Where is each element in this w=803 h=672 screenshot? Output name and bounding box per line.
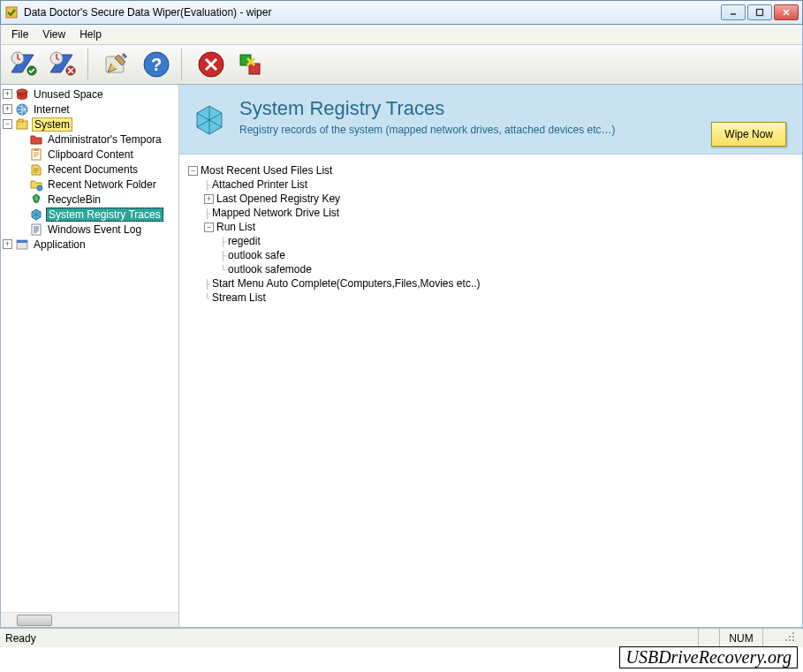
tree-connector: ├ xyxy=(220,251,226,260)
main-panel: System Registry Traces Registry records … xyxy=(179,85,802,627)
detail-label: outlook safe xyxy=(228,249,285,261)
globe-icon xyxy=(15,102,29,117)
expand-icon[interactable]: + xyxy=(3,239,12,249)
registry-icon xyxy=(29,208,43,222)
toolbar-stop-button[interactable] xyxy=(193,47,229,82)
collapse-icon[interactable]: − xyxy=(204,223,214,232)
detail-tree[interactable]: − Most Recent Used Files List ├ Attached… xyxy=(179,155,802,627)
status-bar: Ready NUM xyxy=(0,628,803,647)
application-icon xyxy=(15,238,29,252)
tree-label: Clipboard Content xyxy=(46,148,135,161)
detail-node-start-menu[interactable]: ├ Start Menu Auto Complete(Computers,Fil… xyxy=(188,276,802,291)
maximize-button[interactable] xyxy=(747,4,772,20)
tree-node-internet[interactable]: + Internet xyxy=(3,102,178,117)
tree-label: Unused Space xyxy=(32,88,105,101)
svg-point-25 xyxy=(789,639,791,641)
system-icon xyxy=(15,117,29,132)
tree-label: Administrator's Tempora xyxy=(46,133,163,146)
tree-label: Application xyxy=(32,238,87,251)
status-text: Ready xyxy=(5,632,698,645)
network-folder-icon xyxy=(29,177,43,192)
tree-connector: ├ xyxy=(204,180,210,190)
detail-node-regedit[interactable]: ├ regedit xyxy=(188,234,802,248)
expand-icon[interactable]: + xyxy=(3,89,12,99)
title-bar: Data Doctor's Secure Data Wiper(Evaluati… xyxy=(0,0,803,25)
expand-icon[interactable]: + xyxy=(204,194,214,204)
collapse-icon[interactable]: − xyxy=(3,119,12,129)
event-log-icon xyxy=(29,223,43,237)
detail-label: Attached Printer List xyxy=(212,178,307,191)
toolbar-settings-button[interactable] xyxy=(100,47,135,82)
svg-text:?: ? xyxy=(151,55,162,74)
page-title: System Registry Traces xyxy=(239,97,616,120)
svg-rect-19 xyxy=(34,148,39,151)
toolbar-separator xyxy=(181,49,186,80)
detail-label: outlook safemode xyxy=(228,263,312,276)
tree-label: Recent Documents xyxy=(46,163,140,176)
close-button[interactable] xyxy=(774,4,799,20)
tree-label: Recent Network Folder xyxy=(46,178,158,191)
tree-node-registry-traces[interactable]: System Registry Traces xyxy=(3,207,178,222)
tree-node-system[interactable]: − System xyxy=(3,117,178,132)
main-body: + Unused Space + Internet − System Admin… xyxy=(0,85,803,628)
svg-rect-23 xyxy=(17,240,27,243)
detail-node-printer[interactable]: ├ Attached Printer List xyxy=(188,177,802,192)
menu-view[interactable]: View xyxy=(35,26,72,42)
tree-connector: ├ xyxy=(204,208,210,218)
app-icon xyxy=(4,5,19,19)
documents-icon xyxy=(29,162,43,177)
detail-node-stream[interactable]: └ Stream List xyxy=(188,291,802,305)
svg-point-27 xyxy=(785,639,787,641)
tree-node-unused-space[interactable]: + Unused Space xyxy=(3,87,178,102)
folder-icon xyxy=(29,132,43,147)
minimize-button[interactable] xyxy=(721,4,746,20)
resize-grip[interactable] xyxy=(784,630,798,646)
status-numlock: NUM xyxy=(719,629,761,647)
toolbar-action-button[interactable] xyxy=(232,47,268,82)
sidebar-h-scrollbar[interactable] xyxy=(1,612,178,627)
page-subtitle: Registry records of the system (mapped n… xyxy=(239,124,616,136)
toolbar-wipe-cancel-button[interactable] xyxy=(45,47,80,82)
status-cell-blank xyxy=(762,629,784,647)
tree-label: System xyxy=(32,117,72,132)
tree-node-clipboard[interactable]: Clipboard Content xyxy=(3,147,178,162)
tree-node-event-log[interactable]: Windows Event Log xyxy=(3,222,178,237)
menu-file[interactable]: File xyxy=(4,26,35,42)
tree-node-recyclebin[interactable]: RecycleBin xyxy=(3,192,178,207)
tree-node-recent-docs[interactable]: Recent Documents xyxy=(3,162,178,177)
svg-rect-17 xyxy=(19,119,23,122)
svg-rect-2 xyxy=(757,10,763,16)
status-cell-blank xyxy=(698,629,719,647)
sidebar: + Unused Space + Internet − System Admin… xyxy=(1,85,179,627)
detail-node-mapped-drive[interactable]: ├ Mapped Network Drive List xyxy=(188,206,802,220)
svg-point-28 xyxy=(789,636,791,638)
detail-label: Most Recent Used Files List xyxy=(201,164,332,177)
detail-node-run-list[interactable]: − Run List xyxy=(188,220,802,234)
menu-help[interactable]: Help xyxy=(72,26,109,42)
svg-point-20 xyxy=(37,185,42,191)
wipe-now-button[interactable]: Wipe Now xyxy=(711,122,786,147)
collapse-icon[interactable]: − xyxy=(188,166,198,176)
toolbar-help-button[interactable]: ? xyxy=(139,47,174,82)
svg-rect-0 xyxy=(6,7,17,18)
detail-node-last-registry[interactable]: + Last Opened Registry Key xyxy=(188,192,802,206)
detail-node-mru[interactable]: − Most Recent Used Files List xyxy=(188,163,802,177)
detail-label: Run List xyxy=(216,221,255,233)
nav-tree[interactable]: + Unused Space + Internet − System Admin… xyxy=(1,85,178,612)
tree-node-application[interactable]: + Application xyxy=(3,237,178,252)
detail-node-outlook-safe[interactable]: ├ outlook safe xyxy=(188,248,802,262)
expand-icon[interactable]: + xyxy=(3,104,12,114)
tree-connector: └ xyxy=(220,265,226,275)
detail-node-outlook-safemode[interactable]: └ outlook safemode xyxy=(188,262,802,276)
tree-label: Internet xyxy=(32,103,72,116)
tree-node-recent-network[interactable]: Recent Network Folder xyxy=(3,177,178,192)
registry-cube-icon xyxy=(192,102,227,138)
tree-node-admin-temp[interactable]: Administrator's Tempora xyxy=(3,132,178,147)
toolbar-wipe-schedule-button[interactable] xyxy=(6,47,42,82)
svg-rect-21 xyxy=(32,224,41,235)
watermark: USBDriveRecovery.org xyxy=(619,646,798,668)
tree-connector: ├ xyxy=(204,279,210,289)
toolbar-separator xyxy=(87,49,93,80)
tree-connector: ├ xyxy=(220,237,226,246)
tree-label: Windows Event Log xyxy=(46,223,143,236)
